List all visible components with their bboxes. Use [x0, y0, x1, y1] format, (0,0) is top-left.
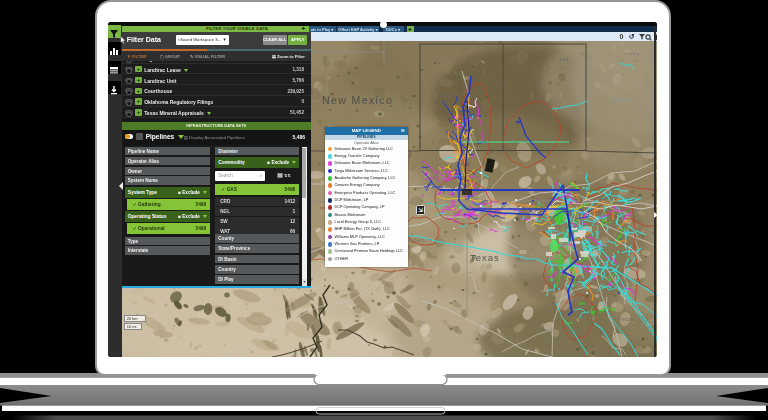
svg-text:Pecos: Pecos: [619, 317, 634, 322]
svg-text:Texas: Texas: [470, 252, 500, 263]
svg-text:Reeves: Reeves: [518, 258, 537, 263]
svg-text:Andrews: Andrews: [614, 97, 633, 102]
svg-text:Eddy: Eddy: [441, 93, 454, 98]
svg-text:Loving: Loving: [625, 51, 640, 56]
svg-text:Lea: Lea: [560, 57, 569, 62]
svg-text:Culberson: Culberson: [405, 237, 432, 243]
svg-text:New Mexico: New Mexico: [322, 94, 393, 106]
